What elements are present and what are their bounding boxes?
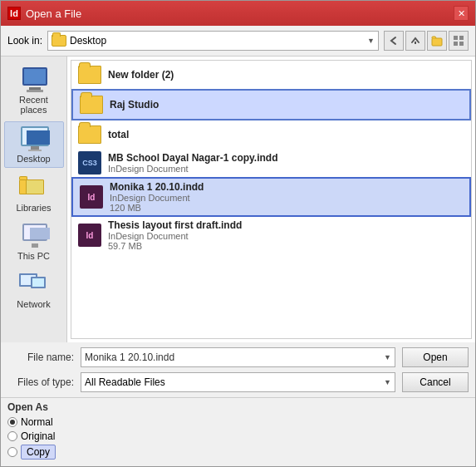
radio-original[interactable]: Original xyxy=(7,430,469,442)
radio-label-copy: Copy xyxy=(21,445,56,460)
folder-icon xyxy=(78,123,101,146)
close-button[interactable]: ✕ xyxy=(454,6,469,21)
nav-up-button[interactable] xyxy=(405,31,425,51)
files-of-type-value: All Readable Files xyxy=(85,376,165,388)
svg-rect-1 xyxy=(432,38,442,46)
file-list-area: New folder (2) Raj Studio xyxy=(67,57,475,342)
open-as-radio-group: Normal Original Copy xyxy=(7,416,469,460)
recent-icon xyxy=(19,66,49,93)
file-name-value: Monika 1 20.10.indd xyxy=(85,351,384,363)
pc-icon xyxy=(19,223,49,249)
sidebar-item-libraries[interactable]: Libraries xyxy=(4,171,64,216)
svg-rect-2 xyxy=(454,36,458,40)
file-name-label: File name: xyxy=(7,351,74,363)
sidebar-label-desktop: Desktop xyxy=(17,154,50,164)
toolbar: Look in: Desktop ▼ xyxy=(1,26,475,57)
file-type: InDesign Document xyxy=(110,193,204,203)
radio-button-normal[interactable] xyxy=(7,417,17,427)
radio-copy[interactable]: Copy xyxy=(7,445,469,460)
open-as-section: Open As Normal Original Copy xyxy=(1,397,475,466)
dropdown-arrow-icon: ▼ xyxy=(367,37,375,45)
indd-icon: Id xyxy=(80,185,103,209)
radio-label-normal: Normal xyxy=(21,416,53,428)
look-in-value: Desktop xyxy=(70,35,106,47)
sidebar-item-recent[interactable]: Recent places xyxy=(4,63,64,118)
list-item[interactable]: Id Monika 1 20.10.indd InDesign Document… xyxy=(71,177,471,217)
file-type: InDesign Document xyxy=(108,231,242,241)
title-bar: Id Open a File ✕ xyxy=(1,1,475,26)
file-name: total xyxy=(108,129,129,140)
views-icon xyxy=(453,35,464,47)
file-name: New folder (2) xyxy=(108,69,174,81)
files-of-type-dropdown[interactable]: All Readable Files ▼ xyxy=(81,372,395,392)
file-name: Raj Studio xyxy=(110,99,159,111)
bottom-fields: File name: Monika 1 20.10.indd ▼ Open Fi… xyxy=(1,342,475,397)
sidebar-item-thispc[interactable]: This PC xyxy=(4,219,64,264)
file-type: InDesign Document xyxy=(108,164,277,174)
folder-icon xyxy=(52,35,66,47)
up-arrow-icon xyxy=(410,35,421,47)
indd-icon: CS3 xyxy=(78,151,101,175)
desktop-icon xyxy=(19,125,49,152)
sidebar-item-network[interactable]: Network xyxy=(4,268,64,312)
dropdown-arrow-icon: ▼ xyxy=(384,378,391,386)
radio-normal[interactable]: Normal xyxy=(7,416,469,428)
sidebar-label-thispc: This PC xyxy=(17,251,50,261)
radio-button-copy[interactable] xyxy=(7,447,17,457)
file-name-input[interactable]: Monika 1 20.10.indd ▼ xyxy=(81,347,395,367)
file-name-row: File name: Monika 1 20.10.indd ▼ Open xyxy=(7,347,469,367)
svg-rect-5 xyxy=(459,42,464,46)
radio-button-original[interactable] xyxy=(7,431,17,441)
list-item[interactable]: Id Thesis layout first draft.indd InDesi… xyxy=(71,217,471,253)
sidebar-label-recent: Recent places xyxy=(6,95,62,115)
sidebar: Recent places Desktop xyxy=(1,57,67,342)
look-in-label: Look in: xyxy=(7,35,42,47)
list-item[interactable]: Raj Studio xyxy=(71,89,471,120)
file-name: Thesis layout first draft.indd xyxy=(108,219,242,231)
network-icon xyxy=(19,271,49,297)
main-area: Recent places Desktop xyxy=(1,57,475,342)
new-folder-icon xyxy=(431,35,443,47)
files-of-type-row: Files of type: All Readable Files ▼ Canc… xyxy=(7,372,469,392)
back-arrow-icon xyxy=(388,35,400,47)
file-name: Monika 1 20.10.indd xyxy=(110,181,204,193)
nav-folder-button[interactable] xyxy=(427,31,447,51)
files-of-type-label: Files of type: xyxy=(7,376,74,388)
open-button[interactable]: Open xyxy=(402,347,469,367)
nav-back-button[interactable] xyxy=(384,31,404,51)
libraries-icon xyxy=(19,175,49,201)
sidebar-item-desktop[interactable]: Desktop xyxy=(4,121,64,168)
file-name: MB School Dayal Nagar-1 copy.indd xyxy=(108,152,277,164)
sidebar-label-libraries: Libraries xyxy=(16,203,51,213)
file-list[interactable]: New folder (2) Raj Studio xyxy=(71,60,472,339)
open-as-label: Open As xyxy=(7,401,469,413)
list-item[interactable]: total xyxy=(71,120,471,149)
svg-rect-3 xyxy=(459,36,464,40)
app-icon: Id xyxy=(7,7,21,20)
radio-label-original: Original xyxy=(21,430,55,442)
file-size: 120 MB xyxy=(110,203,204,213)
list-item[interactable]: CS3 MB School Dayal Nagar-1 copy.indd In… xyxy=(71,149,471,177)
folder-icon xyxy=(80,93,103,116)
folder-icon xyxy=(78,63,101,86)
dropdown-arrow-icon: ▼ xyxy=(384,353,391,361)
look-in-dropdown[interactable]: Desktop ▼ xyxy=(47,31,379,51)
dialog-title: Open a File xyxy=(26,7,81,20)
sidebar-label-network: Network xyxy=(17,299,50,309)
svg-rect-0 xyxy=(415,42,416,44)
indd-icon: Id xyxy=(78,224,101,247)
list-item[interactable]: New folder (2) xyxy=(71,61,471,89)
cancel-button[interactable]: Cancel xyxy=(402,372,469,392)
open-file-dialog: Id Open a File ✕ Look in: Desktop ▼ xyxy=(0,0,476,467)
view-menu-button[interactable] xyxy=(449,31,469,51)
svg-rect-4 xyxy=(454,42,458,46)
file-size: 59.7 MB xyxy=(108,241,242,251)
